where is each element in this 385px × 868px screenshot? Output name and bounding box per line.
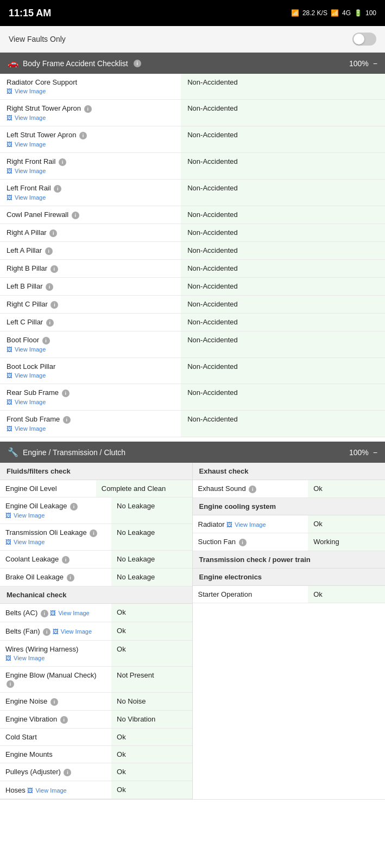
info-icon[interactable]: i <box>43 628 51 636</box>
view-image-link[interactable]: 🖼 View Image <box>5 655 45 661</box>
value-cell: Ok <box>111 604 192 622</box>
info-icon[interactable]: i <box>41 610 48 617</box>
collapse-icon[interactable]: − <box>373 59 377 68</box>
info-icon[interactable]: i <box>63 416 71 424</box>
table-row: Starter Operation Ok <box>193 586 386 603</box>
view-image-link[interactable]: 🖼 View Image <box>27 787 66 794</box>
body-frame-info-icon[interactable]: i <box>134 60 141 67</box>
item-cell: Engine Oil Level <box>0 480 96 497</box>
table-row: Right Strut Tower Apron i 🖼 View Image N… <box>0 100 385 126</box>
engine-title: Engine / Transmission / Clutch <box>23 448 125 457</box>
info-icon[interactable]: i <box>249 486 256 493</box>
info-icon[interactable]: i <box>54 185 61 193</box>
value-cell: Non-Accidented <box>181 74 385 99</box>
view-image-link[interactable]: 🖼 View Image <box>53 628 92 635</box>
image-icon: 🖼 <box>53 628 59 635</box>
value-cell: No Leakage <box>111 497 192 524</box>
view-image-link[interactable]: 🖼 View Image <box>7 194 46 201</box>
info-icon[interactable]: i <box>60 716 68 724</box>
view-image-link[interactable]: 🖼 View Image <box>5 539 45 545</box>
info-icon[interactable]: i <box>46 319 54 327</box>
info-icon[interactable]: i <box>49 229 57 237</box>
value-cell: Ok <box>111 622 192 640</box>
table-row: Left C Pillar i Non-Accidented <box>0 314 385 331</box>
engine-percent: 100% <box>349 448 369 457</box>
value-cell: Non-Accidented <box>181 358 385 384</box>
image-icon: 🖼 <box>50 610 56 616</box>
right-column: Exhaust check Exhaust Sound i Ok Engine … <box>193 463 386 799</box>
table-row: Engine Vibration i No Vibration <box>0 711 192 729</box>
cooling-header: Engine cooling system <box>193 498 386 515</box>
info-icon[interactable]: i <box>64 769 71 776</box>
value-cell: Ok <box>308 515 385 533</box>
info-icon[interactable]: i <box>62 390 70 397</box>
info-icon[interactable]: i <box>90 529 97 537</box>
value-cell: Non-Accidented <box>181 224 385 241</box>
section-header-right: 100% − <box>349 448 377 457</box>
image-icon: 🖼 <box>7 399 12 405</box>
info-icon[interactable]: i <box>42 337 50 344</box>
view-image-link[interactable]: 🖼 View Image <box>50 610 89 616</box>
faults-toggle[interactable] <box>352 33 376 46</box>
view-image-link[interactable]: 🖼 View Image <box>7 372 46 379</box>
item-cell: Engine Vibration i <box>0 711 111 728</box>
info-icon[interactable]: i <box>51 301 58 309</box>
view-image-link[interactable]: 🖼 View Image <box>7 88 46 94</box>
view-image-link[interactable]: 🖼 View Image <box>7 168 46 174</box>
view-image-link[interactable]: 🖼 View Image <box>7 346 46 353</box>
value-cell: Ok <box>111 781 192 799</box>
info-icon[interactable]: i <box>7 680 14 688</box>
image-icon: 🖼 <box>7 141 12 148</box>
info-icon[interactable]: i <box>51 698 58 706</box>
view-image-link[interactable]: 🖼 View Image <box>7 141 46 148</box>
item-name: Left C Pillar i <box>7 318 174 327</box>
table-row: Left A Pillar i Non-Accidented <box>0 242 385 260</box>
left-column: Fluids/filters check Engine Oil Level Co… <box>0 463 193 799</box>
item-cell: Left A Pillar i <box>0 242 181 259</box>
section-header-right: 100% − <box>349 59 377 68</box>
info-icon[interactable]: i <box>67 574 74 582</box>
view-image-link[interactable]: 🖼 View Image <box>7 114 46 121</box>
table-row: Belts (AC) i 🖼 View Image Ok <box>0 604 192 622</box>
item-cell: Starter Operation <box>193 586 308 603</box>
info-icon[interactable]: i <box>45 247 53 255</box>
item-name: Left Strut Tower Apron i <box>7 131 174 139</box>
item-cell: Radiator 🖼 View Image <box>193 515 308 533</box>
item-cell: Exhaust Sound i <box>193 480 308 497</box>
collapse-icon[interactable]: − <box>373 448 377 457</box>
info-icon[interactable]: i <box>51 265 58 273</box>
info-icon[interactable]: i <box>84 105 92 113</box>
toggle-knob <box>354 34 364 44</box>
item-cell: Right B Pillar i <box>0 260 181 277</box>
status-time: 11:15 AM <box>9 8 51 19</box>
value-cell: No Noise <box>111 693 192 710</box>
value-cell: Non-Accidented <box>181 296 385 313</box>
item-cell: Left B Pillar i <box>0 278 181 295</box>
image-icon: 🖼 <box>7 88 12 94</box>
view-image-link[interactable]: 🖼 View Image <box>7 425 46 432</box>
info-icon[interactable]: i <box>46 283 53 291</box>
image-icon: 🖼 <box>27 787 33 794</box>
info-icon[interactable]: i <box>59 158 66 166</box>
view-image-link[interactable]: 🖼 View Image <box>7 399 46 405</box>
exhaust-header: Exhaust check <box>193 463 386 480</box>
value-cell: Non-Accidented <box>181 180 385 206</box>
info-icon[interactable]: i <box>72 212 79 219</box>
transmission-header: Transmission check / power train <box>193 551 386 569</box>
table-row: Cold Start Ok <box>0 729 192 746</box>
table-row: Wires (Wiring Harness) 🖼 View Image Ok <box>0 641 192 667</box>
item-name: Boot Lock Pillar <box>7 362 174 371</box>
value-cell: Ok <box>111 763 192 781</box>
status-icons: 📶 28.2 K/S 📶 4G 🔋 100 <box>291 9 376 17</box>
info-icon[interactable]: i <box>62 556 70 564</box>
table-row: Suction Fan i Working <box>193 533 386 551</box>
view-image-link[interactable]: 🖼 View Image <box>5 512 45 519</box>
info-icon[interactable]: i <box>70 503 78 510</box>
info-icon[interactable]: i <box>79 132 87 139</box>
table-row: Engine Mounts Ok <box>0 746 192 763</box>
value-cell: No Vibration <box>111 711 192 728</box>
info-icon[interactable]: i <box>239 539 247 546</box>
view-image-link[interactable]: 🖼 View Image <box>226 521 266 528</box>
value-cell: Non-Accidented <box>181 384 385 410</box>
table-row: Right C Pillar i Non-Accidented <box>0 296 385 314</box>
